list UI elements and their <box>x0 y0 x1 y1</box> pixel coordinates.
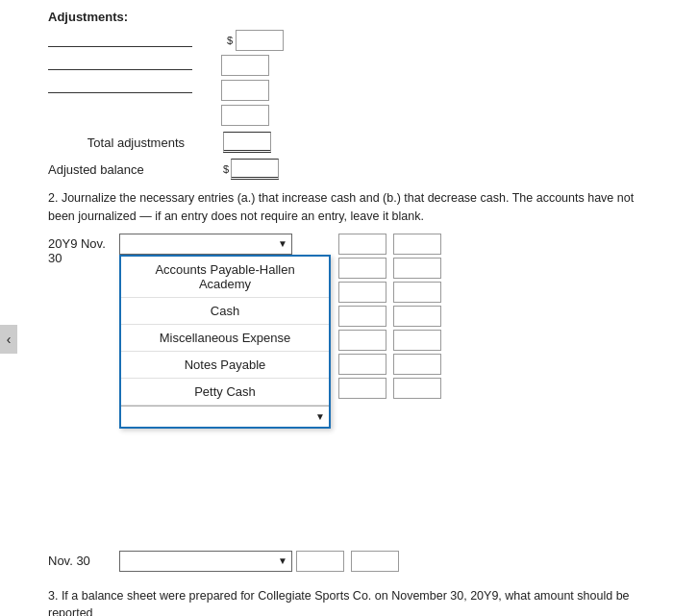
dropdown-menu: Accounts Payable-Hallen Academy Cash Mis… <box>119 255 331 429</box>
adjusted-balance-input[interactable] <box>231 159 279 180</box>
dropdown-item-0[interactable]: Accounts Payable-Hallen Academy <box>121 257 329 298</box>
dropdown-item-1[interactable]: Cash <box>121 298 329 325</box>
adj-input-4[interactable] <box>221 105 269 126</box>
nov30-debit[interactable] <box>296 551 344 572</box>
debit-7[interactable] <box>338 378 386 399</box>
nav-left-arrow[interactable]: ‹ <box>0 325 17 354</box>
dropdown-bottom-trigger[interactable]: ▼ <box>121 406 329 427</box>
debit-2[interactable] <box>338 258 386 279</box>
debit-5[interactable] <box>338 330 386 351</box>
question3-section: 3. If a balance sheet were prepared for … <box>19 587 654 617</box>
total-adjustments-label: Total adjustments <box>48 136 192 150</box>
journal-section: 20Y9 Nov. 30 ▼ Accounts Payable-Hallen A… <box>19 234 654 572</box>
nov30-credit[interactable] <box>351 551 399 572</box>
nov30-label: Nov. 30 <box>48 554 115 568</box>
debit-6[interactable] <box>338 354 386 375</box>
dropdown-bottom-arrow-icon: ▼ <box>315 411 325 422</box>
nov30-dropdown-arrow-icon: ▼ <box>278 555 287 566</box>
debit-4[interactable] <box>338 306 386 327</box>
dropdown-item-4[interactable]: Petty Cash <box>121 379 329 406</box>
instruction-text: 2. Journalize the necessary entries (a.)… <box>19 189 654 226</box>
debit-1[interactable] <box>338 234 386 255</box>
credit-1[interactable] <box>393 234 441 255</box>
credit-5[interactable] <box>393 330 441 351</box>
account-dropdown[interactable]: ▼ <box>119 234 292 255</box>
credit-col <box>393 234 441 399</box>
date-20y9: 20Y9 Nov. 30 <box>48 234 115 265</box>
adjustments-label: Adjustments: <box>48 10 654 24</box>
dropdown-arrow-icon: ▼ <box>278 238 287 249</box>
main-page: ‹ Adjustments: $ Total adj <box>0 0 673 616</box>
adj-input-1[interactable] <box>236 30 284 51</box>
credit-6[interactable] <box>393 354 441 375</box>
credit-4[interactable] <box>393 306 441 327</box>
dropdown-item-3[interactable]: Notes Payable <box>121 352 329 379</box>
dropdown-item-2[interactable]: Miscellaneous Expense <box>121 325 329 352</box>
credit-7[interactable] <box>393 378 441 399</box>
dollar1: $ <box>221 35 233 46</box>
total-adj-input[interactable] <box>223 132 271 153</box>
adj-input-3[interactable] <box>221 80 269 101</box>
debit-col <box>338 234 389 399</box>
debit-3[interactable] <box>338 282 386 303</box>
adj-input-2[interactable] <box>221 55 269 76</box>
adjusted-balance-label: Adjusted balance <box>48 162 192 177</box>
credit-3[interactable] <box>393 282 441 303</box>
adj-balance-dollar: $ <box>223 163 229 175</box>
nov30-account-dropdown[interactable]: ▼ <box>119 551 292 572</box>
credit-2[interactable] <box>393 258 441 279</box>
question3-text: 3. If a balance sheet were prepared for … <box>48 587 654 617</box>
